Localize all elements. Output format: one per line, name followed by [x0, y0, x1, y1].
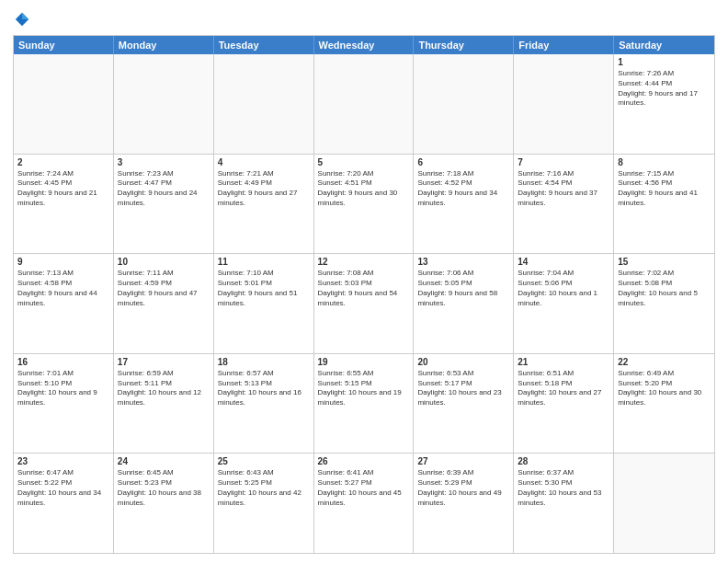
- cell-info: Sunrise: 6:51 AM: [518, 369, 609, 379]
- header-day-friday: Friday: [514, 36, 614, 54]
- cell-info: Sunset: 4:45 PM: [17, 178, 109, 189]
- cell-info: Daylight: 10 hours and 42 minutes.: [218, 488, 310, 509]
- cell-info: Sunset: 5:25 PM: [218, 478, 310, 488]
- day-number: 23: [17, 456, 109, 466]
- day-number: 10: [118, 257, 210, 267]
- day-number: 5: [318, 157, 410, 167]
- cell-info: Sunset: 4:54 PM: [518, 178, 609, 189]
- cell-info: Daylight: 10 hours and 9 minutes.: [17, 388, 109, 408]
- calendar-cell: [614, 454, 714, 553]
- cell-info: Sunrise: 7:26 AM: [618, 69, 711, 79]
- cell-info: Sunset: 5:03 PM: [318, 279, 410, 289]
- calendar-row-2: 9Sunrise: 7:13 AMSunset: 4:58 PMDaylight…: [14, 254, 714, 354]
- calendar-cell: [114, 54, 214, 154]
- cell-info: Sunrise: 7:18 AM: [417, 169, 509, 179]
- calendar-row-4: 23Sunrise: 6:47 AMSunset: 5:22 PMDayligh…: [14, 454, 714, 553]
- header-day-monday: Monday: [114, 36, 214, 54]
- cell-info: Sunset: 5:13 PM: [218, 379, 310, 389]
- calendar-cell: [14, 54, 114, 154]
- day-number: 1: [618, 57, 711, 67]
- calendar-cell: 2Sunrise: 7:24 AMSunset: 4:45 PMDaylight…: [14, 155, 114, 254]
- cell-info: Sunrise: 6:55 AM: [318, 369, 410, 379]
- cell-info: Sunrise: 7:13 AM: [17, 269, 109, 279]
- cell-info: Sunrise: 7:21 AM: [218, 169, 310, 179]
- header-day-tuesday: Tuesday: [214, 36, 314, 54]
- cell-info: Daylight: 9 hours and 54 minutes.: [318, 289, 410, 309]
- cell-info: Sunrise: 7:10 AM: [218, 269, 310, 279]
- calendar-cell: 6Sunrise: 7:18 AMSunset: 4:52 PMDaylight…: [414, 155, 514, 254]
- cell-info: Sunrise: 7:15 AM: [618, 169, 711, 179]
- calendar-row-1: 2Sunrise: 7:24 AMSunset: 4:45 PMDaylight…: [14, 155, 714, 255]
- cell-info: Sunrise: 7:11 AM: [118, 269, 210, 279]
- calendar: SundayMondayTuesdayWednesdayThursdayFrid…: [13, 35, 715, 554]
- cell-info: Sunrise: 6:47 AM: [17, 468, 109, 478]
- cell-info: Sunset: 5:05 PM: [417, 279, 509, 289]
- cell-info: Daylight: 9 hours and 21 minutes.: [17, 189, 109, 209]
- cell-info: Sunset: 5:22 PM: [17, 478, 109, 488]
- cell-info: Sunset: 5:01 PM: [218, 279, 310, 289]
- cell-info: Sunrise: 6:45 AM: [118, 468, 210, 478]
- day-number: 28: [518, 456, 609, 466]
- cell-info: Sunset: 5:29 PM: [417, 478, 509, 488]
- day-number: 13: [417, 257, 509, 267]
- day-number: 11: [218, 257, 310, 267]
- day-number: 4: [218, 157, 310, 167]
- calendar-cell: [414, 54, 514, 154]
- cell-info: Daylight: 9 hours and 34 minutes.: [417, 189, 509, 209]
- calendar-cell: 8Sunrise: 7:15 AMSunset: 4:56 PMDaylight…: [614, 155, 714, 254]
- day-number: 8: [618, 157, 711, 167]
- cell-info: Daylight: 10 hours and 1 minute.: [518, 289, 609, 309]
- cell-info: Daylight: 10 hours and 12 minutes.: [118, 388, 210, 408]
- day-number: 17: [118, 357, 210, 367]
- header-day-sunday: Sunday: [14, 36, 114, 54]
- cell-info: Sunset: 5:18 PM: [518, 379, 609, 389]
- svg-marker-1: [22, 13, 28, 19]
- day-number: 12: [318, 257, 410, 267]
- cell-info: Daylight: 10 hours and 34 minutes.: [17, 488, 109, 509]
- calendar-cell: 7Sunrise: 7:16 AMSunset: 4:54 PMDaylight…: [514, 155, 614, 254]
- cell-info: Sunrise: 7:24 AM: [17, 169, 109, 179]
- cell-info: Daylight: 10 hours and 53 minutes.: [518, 488, 609, 509]
- cell-info: Sunrise: 7:08 AM: [318, 269, 410, 279]
- day-number: 6: [417, 157, 509, 167]
- day-number: 27: [417, 456, 509, 466]
- cell-info: Sunset: 4:51 PM: [318, 178, 410, 189]
- cell-info: Sunrise: 6:57 AM: [218, 369, 310, 379]
- calendar-cell: 13Sunrise: 7:06 AMSunset: 5:05 PMDayligh…: [414, 254, 514, 353]
- cell-info: Sunset: 4:47 PM: [118, 178, 210, 189]
- cell-info: Sunset: 5:10 PM: [17, 379, 109, 389]
- cell-info: Sunset: 4:56 PM: [618, 178, 711, 189]
- calendar-row-3: 16Sunrise: 7:01 AMSunset: 5:10 PMDayligh…: [14, 354, 714, 454]
- cell-info: Sunset: 4:58 PM: [17, 279, 109, 289]
- calendar-cell: 3Sunrise: 7:23 AMSunset: 4:47 PMDaylight…: [114, 155, 214, 254]
- calendar-cell: [514, 54, 614, 154]
- cell-info: Daylight: 10 hours and 16 minutes.: [218, 388, 310, 408]
- cell-info: Daylight: 9 hours and 47 minutes.: [118, 289, 210, 309]
- cell-info: Sunset: 4:44 PM: [618, 79, 711, 89]
- cell-info: Sunrise: 6:37 AM: [518, 468, 609, 478]
- cell-info: Sunrise: 7:06 AM: [417, 269, 509, 279]
- calendar-cell: [314, 54, 415, 154]
- day-number: 15: [618, 257, 711, 267]
- cell-info: Daylight: 9 hours and 37 minutes.: [518, 189, 609, 209]
- day-number: 9: [17, 257, 109, 267]
- calendar-cell: 10Sunrise: 7:11 AMSunset: 4:59 PMDayligh…: [114, 254, 214, 353]
- cell-info: Sunrise: 7:16 AM: [518, 169, 609, 179]
- calendar-cell: 22Sunrise: 6:49 AMSunset: 5:20 PMDayligh…: [614, 354, 714, 454]
- cell-info: Daylight: 9 hours and 30 minutes.: [318, 189, 410, 209]
- cell-info: Daylight: 10 hours and 30 minutes.: [618, 388, 711, 408]
- cell-info: Daylight: 10 hours and 19 minutes.: [318, 388, 410, 408]
- cell-info: Sunrise: 7:23 AM: [118, 169, 210, 179]
- calendar-cell: 26Sunrise: 6:41 AMSunset: 5:27 PMDayligh…: [314, 454, 415, 553]
- day-number: 7: [518, 157, 609, 167]
- cell-info: Sunset: 5:08 PM: [618, 279, 711, 289]
- cell-info: Daylight: 9 hours and 17 minutes.: [618, 89, 711, 109]
- cell-info: Daylight: 9 hours and 24 minutes.: [118, 189, 210, 209]
- calendar-cell: 11Sunrise: 7:10 AMSunset: 5:01 PMDayligh…: [214, 254, 314, 353]
- day-number: 16: [17, 357, 109, 367]
- cell-info: Sunset: 5:11 PM: [118, 379, 210, 389]
- calendar-cell: 21Sunrise: 6:51 AMSunset: 5:18 PMDayligh…: [514, 354, 614, 454]
- day-number: 24: [118, 456, 210, 466]
- cell-info: Daylight: 10 hours and 5 minutes.: [618, 289, 711, 309]
- cell-info: Sunrise: 6:53 AM: [417, 369, 509, 379]
